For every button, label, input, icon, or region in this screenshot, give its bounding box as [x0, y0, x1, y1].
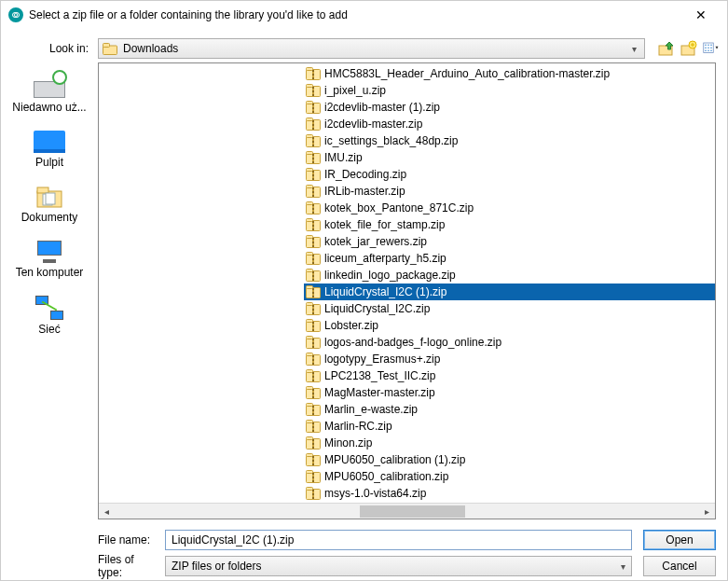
scroll-left-icon[interactable]: ◂ [99, 504, 115, 519]
network-icon [35, 296, 63, 320]
window-title: Select a zip file or a folder containing… [29, 8, 682, 21]
zip-icon [306, 436, 321, 450]
file-item[interactable]: i2cdevlib-master.zip [304, 116, 715, 132]
file-item[interactable]: kotek_jar_rewers.zip [304, 233, 715, 250]
open-button[interactable]: Open [643, 530, 716, 550]
look-in-select[interactable]: Downloads ▾ [98, 38, 645, 59]
file-item[interactable]: ic_settings_black_48dp.zip [304, 132, 715, 149]
file-item[interactable]: MPU6050_calibration (1).zip [304, 451, 715, 468]
chevron-down-icon: ▾ [621, 561, 625, 572]
file-item[interactable]: Marlin_e-waste.zip [304, 401, 715, 418]
svg-point-20 [710, 50, 712, 52]
file-name: kotek_file_for_stamp.zip [324, 218, 445, 231]
file-name: MagMaster-master.zip [324, 386, 435, 399]
file-name: ic_settings_black_48dp.zip [324, 134, 458, 147]
file-item[interactable]: Lobster.zip [304, 317, 715, 334]
zip-icon [306, 185, 321, 198]
look-in-value: Downloads [123, 42, 178, 55]
file-item[interactable]: msys-1.0-vista64.zip [304, 485, 715, 502]
file-name: logos-and-badges_f-logo_online.zip [324, 336, 501, 349]
file-name: i_pixel_u.zip [324, 84, 386, 97]
file-item[interactable]: logotypy_Erasmus+.zip [304, 351, 715, 367]
zip-icon [306, 470, 321, 483]
zip-icon [306, 201, 321, 214]
file-name: msys-1.0-vista64.zip [324, 487, 426, 500]
file-item[interactable]: i_pixel_u.zip [304, 82, 715, 99]
scroll-right-icon[interactable]: ▸ [699, 504, 715, 519]
view-menu-icon[interactable] [703, 40, 720, 57]
places-sidebar: Niedawno uż... Pulpit Dokumenty Ten komp… [1, 62, 98, 519]
file-item[interactable]: linkedin_logo_package.zip [304, 267, 715, 284]
look-in-label: Look in: [1, 42, 98, 55]
file-item[interactable]: i2cdevlib-master (1).zip [304, 99, 715, 116]
svg-rect-24 [46, 193, 55, 204]
file-name: i2cdevlib-master.zip [324, 118, 422, 131]
file-name: Marlin_e-waste.zip [324, 403, 418, 416]
file-item[interactable]: liceum_afterparty_h5.zip [304, 250, 715, 267]
up-one-level-icon[interactable] [658, 40, 675, 57]
folder-icon [103, 43, 117, 55]
sidebar-item-network[interactable]: Sieć [7, 296, 91, 336]
zip-icon [306, 353, 321, 366]
file-item[interactable]: MagMaster-master.zip [304, 384, 715, 401]
computer-icon [34, 241, 65, 263]
file-name: LPC2138_Test_IIC.zip [324, 369, 435, 382]
zip-icon [306, 151, 321, 164]
zip-icon [306, 302, 321, 315]
file-item[interactable]: kotek_box_Pantone_871C.zip [304, 200, 715, 216]
zip-icon [306, 134, 321, 147]
file-item[interactable]: IR_Decoding.zip [304, 166, 715, 183]
close-icon[interactable]: ✕ [682, 7, 720, 22]
file-name: Marlin-RC.zip [324, 420, 392, 433]
horizontal-scrollbar[interactable]: ◂ ▸ [99, 503, 715, 519]
file-item[interactable]: logos-and-badges_f-logo_online.zip [304, 334, 715, 351]
svg-point-14 [710, 45, 712, 47]
zip-icon [306, 235, 321, 248]
file-item[interactable]: HMC5883L_Header_Arduino_Auto_calibration… [304, 65, 715, 82]
file-item[interactable]: IMU.zip [304, 149, 715, 166]
file-name: HMC5883L_Header_Arduino_Auto_calibration… [324, 67, 610, 80]
cancel-button[interactable]: Cancel [643, 556, 716, 576]
new-folder-icon[interactable] [680, 40, 697, 57]
zip-icon [306, 453, 321, 466]
sidebar-item-computer[interactable]: Ten komputer [7, 241, 91, 279]
file-item[interactable]: kotek_file_for_stamp.zip [304, 216, 715, 233]
file-name: kotek_jar_rewers.zip [324, 235, 427, 248]
svg-point-17 [710, 48, 712, 49]
zip-icon [306, 369, 321, 382]
documents-icon [35, 186, 63, 208]
zip-icon [306, 168, 321, 181]
file-type-select[interactable]: ZIP files or folders ▾ [165, 556, 632, 576]
zip-icon [306, 84, 321, 97]
sidebar-item-recent[interactable]: Niedawno uż... [7, 72, 91, 114]
file-item[interactable]: Minon.zip [304, 435, 715, 451]
scroll-track[interactable] [115, 504, 699, 519]
file-item[interactable]: LiquidCrystal_I2C.zip [304, 300, 715, 317]
file-name: MPU6050_calibration (1).zip [324, 453, 465, 466]
file-name-input[interactable] [165, 530, 632, 550]
file-list-panel: HMC5883L_Header_Arduino_Auto_calibration… [98, 62, 716, 519]
zip-icon [306, 336, 321, 349]
file-list[interactable]: HMC5883L_Header_Arduino_Auto_calibration… [99, 63, 715, 503]
svg-point-16 [707, 48, 709, 49]
svg-point-18 [705, 50, 707, 52]
file-item[interactable]: IRLib-master.zip [304, 183, 715, 200]
zip-icon [306, 252, 321, 265]
file-item[interactable]: LPC2138_Test_IIC.zip [304, 367, 715, 384]
zip-icon [306, 269, 321, 282]
zip-icon [306, 487, 321, 500]
zip-icon [306, 118, 321, 131]
sidebar-item-documents[interactable]: Dokumenty [7, 186, 91, 224]
svg-point-19 [707, 50, 709, 52]
sidebar-item-desktop[interactable]: Pulpit [7, 131, 91, 169]
zip-icon [306, 403, 321, 416]
file-name: Minon.zip [324, 436, 372, 450]
zip-icon [306, 285, 321, 298]
file-item[interactable]: MPU6050_calibration.zip [304, 468, 715, 485]
zip-icon [306, 67, 321, 80]
file-item[interactable]: LiquidCrystal_I2C (1).zip [304, 284, 715, 300]
scroll-thumb[interactable] [360, 505, 465, 518]
file-item[interactable]: Marlin-RC.zip [304, 418, 715, 435]
file-name: IMU.zip [324, 151, 363, 164]
file-type-label: Files of type: [1, 553, 165, 579]
